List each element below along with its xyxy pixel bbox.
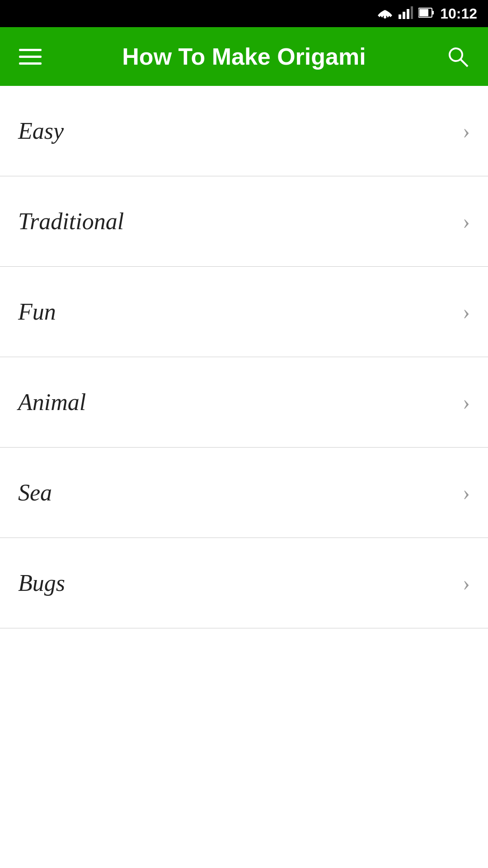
category-label-bugs: Bugs [18,570,463,596]
category-label-fun: Fun [18,298,463,325]
chevron-right-icon-easy: › [463,118,470,143]
category-label-sea: Sea [18,479,463,506]
category-list: Easy › Traditional › Fun › Animal › Sea … [0,86,488,628]
app-title: How To Make Origami [46,43,442,70]
menu-icon [19,62,42,65]
svg-point-8 [450,48,462,61]
chevron-right-icon-fun: › [463,299,470,324]
wifi-icon [377,6,393,21]
status-icons: 10:12 [377,5,477,22]
category-item-animal[interactable]: Animal › [0,357,488,448]
chevron-right-icon-bugs: › [463,571,470,595]
category-item-traditional[interactable]: Traditional › [0,176,488,267]
category-label-easy: Easy [18,118,463,144]
chevron-right-icon-traditional: › [463,209,470,234]
chevron-right-icon-sea: › [463,480,470,505]
category-item-bugs[interactable]: Bugs › [0,538,488,628]
svg-rect-4 [411,6,413,19]
category-label-traditional: Traditional [18,208,463,235]
menu-icon [19,49,42,51]
menu-button[interactable] [14,41,46,72]
chevron-right-icon-animal: › [463,390,470,415]
menu-icon [19,56,42,58]
svg-rect-1 [399,14,401,19]
category-label-animal: Animal [18,389,463,415]
signal-icon [399,6,413,21]
app-bar: How To Make Origami [0,27,488,86]
battery-icon [418,6,435,21]
search-button[interactable] [442,41,474,72]
svg-rect-7 [419,9,428,16]
svg-rect-2 [403,12,405,19]
category-item-fun[interactable]: Fun › [0,267,488,357]
status-time: 10:12 [440,5,477,22]
svg-rect-6 [432,11,434,14]
svg-point-0 [384,16,386,19]
status-bar: 10:12 [0,0,488,27]
category-item-sea[interactable]: Sea › [0,448,488,538]
svg-line-9 [460,59,468,66]
svg-rect-3 [407,9,409,19]
category-item-easy[interactable]: Easy › [0,86,488,176]
